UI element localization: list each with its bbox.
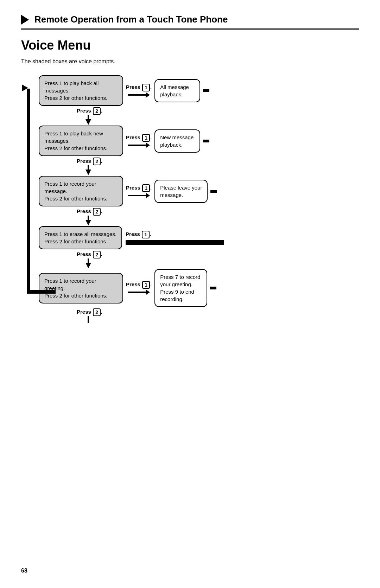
key-2-down1: 2 <box>93 107 101 115</box>
down-arrow-3: Press 2. <box>74 206 102 225</box>
box-2-right: New messageplayback. <box>154 129 200 153</box>
page-number: 68 <box>21 568 27 574</box>
flow-row-5: Press 1 to record your greeting.Press 2 … <box>39 269 359 307</box>
arrow-2-shaft <box>128 142 150 148</box>
key-1-row4: 1 <box>142 231 150 238</box>
flow-row-3: Press 1 to record your message.Press 2 f… <box>39 176 359 206</box>
box-5-left: Press 1 to record your greeting.Press 2 … <box>39 273 123 303</box>
key-1-row1: 1 <box>142 84 150 91</box>
entry-arrow <box>22 84 28 91</box>
flow-diagram: Press 1 to play back all messages.Press … <box>21 75 359 328</box>
box-1-left: Press 1 to play back all messages.Press … <box>39 75 123 106</box>
press-1-label-row4: Press 1. <box>126 231 151 238</box>
key-2-down5: 2 <box>93 308 101 316</box>
header-arrow-icon <box>21 15 29 25</box>
box-5-left-text: Press 1 to record your greeting.Press 2 … <box>44 278 107 299</box>
right-bar-1 <box>203 89 209 92</box>
press-1-label-row3: Press 1. <box>126 184 152 192</box>
down-arrow-svg-5 <box>84 316 93 323</box>
arrow-4-right: Press 1. <box>126 231 224 245</box>
box-1-left-text: Press 1 to play back all messages.Press … <box>44 80 107 101</box>
press-1-label-row5: Press 1. <box>126 281 152 289</box>
box-3-left-text: Press 1 to record your message.Press 2 f… <box>44 181 107 202</box>
press-1-label-row2: Press 1. <box>126 134 152 142</box>
right-bar-5 <box>210 287 216 289</box>
flow-row-2: Press 1 to play back new messages.Press … <box>39 126 359 156</box>
press-2-label-3: Press 2. <box>77 208 102 216</box>
box-2-left: Press 1 to play back new messages.Press … <box>39 126 123 156</box>
arrow-2-right: Press 1. <box>126 134 152 148</box>
down-section-1: Press 2. <box>39 106 359 126</box>
arrow-3-shaft <box>128 193 150 198</box>
press-2-label-4: Press 2. <box>77 251 102 258</box>
thick-bar-row4 <box>126 240 224 245</box>
box-2-right-text: New messageplayback. <box>160 134 194 148</box>
page-title: Voice Menu <box>21 38 359 53</box>
key-1-row5: 1 <box>142 281 150 289</box>
press-2-label-1: Press 2. <box>77 107 102 115</box>
svg-marker-7 <box>86 263 91 268</box>
flow-row-4: Press 1 to erase all messages.Press 2 fo… <box>39 226 359 249</box>
down-section-5: Press 2. <box>39 307 359 328</box>
down-arrow-5: Press 2. <box>74 307 102 323</box>
down-arrow-svg-1 <box>84 115 93 125</box>
down-arrow-svg-2 <box>84 165 93 175</box>
right-bar-3 <box>210 190 217 193</box>
down-arrow-svg-4 <box>84 258 93 268</box>
left-bottom-bar <box>27 290 56 294</box>
key-2-down2: 2 <box>93 158 101 165</box>
subtitle: The shaded boxes are voice prompts. <box>21 58 359 65</box>
key-1-row2: 1 <box>142 134 150 142</box>
box-1-right-text: All messageplayback. <box>160 84 189 97</box>
down-section-3: Press 2. <box>39 206 359 226</box>
down-arrow-2: Press 2. <box>74 156 102 175</box>
arrow-3-right: Press 1. <box>126 184 152 198</box>
box-4-left: Press 1 to erase all messages.Press 2 fo… <box>39 226 122 249</box>
box-3-right: Please leave yourmessage. <box>154 180 208 203</box>
svg-marker-5 <box>86 220 91 225</box>
key-2-down4: 2 <box>93 251 101 258</box>
press-1-label-row1: Press 1. <box>126 84 152 91</box>
flow-row-1: Press 1 to play back all messages.Press … <box>39 75 359 106</box>
down-section-4: Press 2. <box>39 249 359 269</box>
arrow-1-shaft <box>128 92 150 98</box>
box-5-right: Press 7 to recordyour greeting.Press 9 t… <box>154 269 207 307</box>
key-2-down3: 2 <box>93 208 101 216</box>
svg-marker-3 <box>86 170 91 175</box>
box-3-right-text: Please leave yourmessage. <box>160 185 202 198</box>
box-5-right-text: Press 7 to recordyour greeting.Press 9 t… <box>160 274 200 302</box>
header-section: Remote Operation from a Touch Tone Phone <box>21 14 359 30</box>
box-3-left: Press 1 to record your message.Press 2 f… <box>39 176 123 206</box>
header-title: Remote Operation from a Touch Tone Phone <box>34 14 228 25</box>
key-1-row3: 1 <box>142 184 150 192</box>
press-2-label-5: Press 2. <box>77 308 102 316</box>
down-arrow-1: Press 2. <box>74 106 102 125</box>
down-section-2: Press 2. <box>39 156 359 176</box>
arrow-5-shaft <box>128 289 150 295</box>
down-arrow-svg-3 <box>84 216 93 225</box>
flow-blocks: Press 1 to play back all messages.Press … <box>39 75 359 328</box>
down-arrow-4: Press 2. <box>74 249 102 268</box>
svg-marker-1 <box>86 119 91 125</box>
press-2-label-2: Press 2. <box>77 158 102 165</box>
left-vertical-bar <box>27 89 30 290</box>
box-1-right: All messageplayback. <box>154 79 200 102</box>
box-2-left-text: Press 1 to play back new messages.Press … <box>44 130 107 151</box>
arrow-5-right: Press 1. <box>126 281 152 295</box>
arrow-1-right: Press 1. <box>126 84 152 98</box>
box-4-left-text: Press 1 to erase all messages.Press 2 fo… <box>44 231 116 244</box>
right-bar-2 <box>203 140 209 142</box>
